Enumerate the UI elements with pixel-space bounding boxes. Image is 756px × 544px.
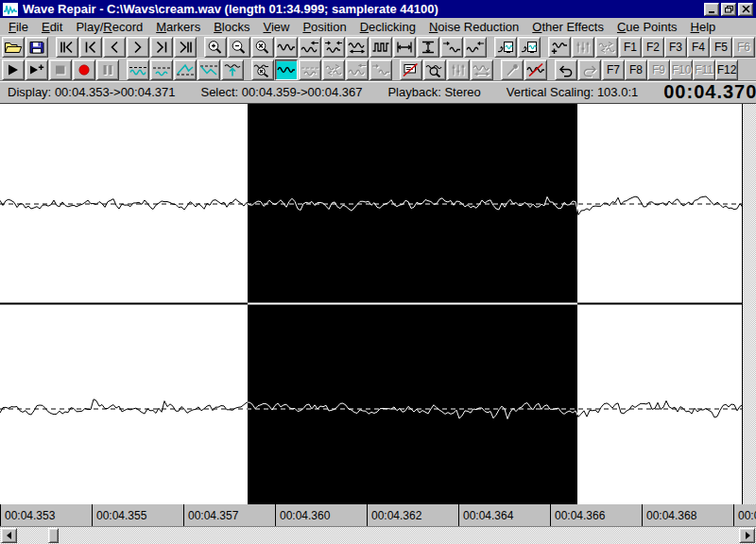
- display-range-field: Display: 00:04.353->00:04.371: [8, 85, 175, 99]
- cancel-wave-zoom-button[interactable]: [251, 60, 274, 80]
- fkey-f2-button[interactable]: F2: [642, 37, 664, 58]
- function-key-group: F7F8F9F10F11F12: [602, 60, 738, 80]
- step-forward-button[interactable]: [127, 37, 149, 58]
- zoom-reset-button[interactable]: [251, 37, 274, 58]
- ruler-label: 00:04.360: [275, 504, 367, 526]
- undo-button[interactable]: [555, 60, 577, 80]
- horizontal-scrollbar[interactable]: [0, 527, 756, 544]
- menu-item-file[interactable]: File: [2, 19, 35, 35]
- repair-mode-button[interactable]: [275, 60, 298, 80]
- play-icon: [4, 62, 23, 77]
- repair-tool-1-button: [299, 60, 321, 80]
- fkey-f4-button[interactable]: F4: [687, 37, 710, 58]
- amplify-wave-button[interactable]: [548, 37, 571, 58]
- equalizer-button: [572, 37, 594, 58]
- boost-selection-button[interactable]: [221, 60, 244, 80]
- fkey-f5-button[interactable]: F5: [710, 37, 732, 58]
- waveform-canvas[interactable]: [0, 104, 756, 504]
- wave-below-line-icon: [129, 62, 147, 77]
- wave-lower-icon: [152, 62, 171, 77]
- zoom-selection-button[interactable]: [322, 37, 345, 58]
- wave-arrow-left-icon: [348, 62, 367, 77]
- interpolate-rising-button[interactable]: [174, 60, 197, 80]
- scroll-left-button[interactable]: [1, 528, 17, 543]
- menu-item-help[interactable]: Help: [684, 19, 723, 35]
- inspect-wave-button[interactable]: [423, 60, 446, 80]
- play-to-device-button[interactable]: [494, 37, 517, 58]
- fkey-f12-button[interactable]: F12: [715, 60, 738, 80]
- monitor-wave-icon: [496, 40, 515, 55]
- window-title: Wave Repair - C:\Wavs\cream.wav (length …: [23, 2, 702, 16]
- fkey-f11-button: F11: [693, 60, 715, 80]
- scroll-wave-right-button[interactable]: [440, 37, 463, 58]
- fkey-f1-button[interactable]: F1: [619, 37, 642, 58]
- scroll-right-button[interactable]: [739, 528, 755, 543]
- fkey-f3-button[interactable]: F3: [664, 37, 687, 58]
- zoom-to-left-button[interactable]: [299, 37, 321, 58]
- menu-item-position[interactable]: Position: [296, 19, 352, 35]
- wave-active-icon: [277, 62, 296, 77]
- diag-peak-icon: [176, 62, 195, 77]
- menu-item-blocks[interactable]: Blocks: [207, 19, 256, 35]
- save-file-button[interactable]: [26, 37, 48, 58]
- wave-up-arrow-icon: [223, 62, 242, 77]
- seek-last-icon: [176, 40, 195, 55]
- play-append-button[interactable]: [26, 60, 48, 80]
- menu-item-declicking[interactable]: Declicking: [353, 19, 422, 35]
- vertical-scaling-field: Vertical Scaling: 103.0:1: [507, 85, 639, 99]
- zoom-in-icon: [206, 40, 225, 55]
- smooth-wave-lower-button[interactable]: [150, 60, 173, 80]
- smooth-wave-below-button[interactable]: [127, 60, 149, 80]
- zoom-horizontal-button[interactable]: [346, 37, 369, 58]
- sample-view-button[interactable]: [369, 37, 392, 58]
- time-ruler[interactable]: 00:04.35300:04.35500:04.35700:04.36000:0…: [0, 504, 756, 527]
- horizontal-extent-button[interactable]: [393, 37, 416, 58]
- fkey-f7-button[interactable]: F7: [602, 60, 625, 80]
- record-button[interactable]: [73, 60, 95, 80]
- square-wave-icon: [371, 40, 390, 55]
- play-button[interactable]: [2, 60, 25, 80]
- ruler-label: 00:04.355: [92, 504, 183, 526]
- menu-item-edit[interactable]: Edit: [35, 19, 69, 35]
- menu-item-other-effects[interactable]: Other Effects: [525, 19, 610, 35]
- v-extent-icon: [419, 40, 438, 55]
- vertical-scrollbar[interactable]: [742, 104, 756, 504]
- monitor-wave-icon: [520, 40, 539, 55]
- pin-tool-button: [501, 60, 524, 80]
- prev-block-button[interactable]: [79, 37, 102, 58]
- vertical-extent-button[interactable]: [417, 37, 439, 58]
- minimize-button[interactable]: [704, 3, 719, 16]
- menu-item-cue-points[interactable]: Cue Points: [610, 19, 684, 35]
- mute-selection-button[interactable]: [524, 60, 547, 80]
- eq-sliders-icon: [574, 40, 593, 55]
- hide-markers-button[interactable]: [400, 60, 422, 80]
- scroll-wave-left-button[interactable]: [464, 37, 487, 58]
- zoom-in-button[interactable]: [204, 37, 227, 58]
- menu-item-markers[interactable]: Markers: [149, 19, 207, 35]
- view-whole-wave-button[interactable]: [275, 37, 298, 58]
- declick-tool-1-button: [447, 60, 470, 80]
- menu-item-noise-reduction[interactable]: Noise Reduction: [422, 19, 525, 35]
- zoom-out-button[interactable]: [228, 37, 250, 58]
- fkey-f8-button[interactable]: F8: [625, 60, 647, 80]
- record-from-device-button[interactable]: [518, 37, 541, 58]
- interpolate-falling-button[interactable]: [198, 60, 220, 80]
- next-block-button[interactable]: [150, 37, 173, 58]
- step-back-button[interactable]: [103, 37, 126, 58]
- restore-button[interactable]: [721, 3, 736, 16]
- wave-magnifier-icon: [425, 62, 444, 77]
- seek-back-icon: [105, 40, 124, 55]
- close-button[interactable]: [738, 3, 753, 16]
- goto-start-button[interactable]: [56, 37, 78, 58]
- open-file-button[interactable]: [2, 37, 25, 58]
- current-time-display: 00:04.370: [663, 81, 756, 103]
- scrollbar-thumb[interactable]: [48, 528, 59, 543]
- wave-harrow-icon: [472, 62, 491, 77]
- menu-item-play-record[interactable]: Play/Record: [69, 19, 149, 35]
- title-bar: Wave Repair - C:\Wavs\cream.wav (length …: [0, 0, 756, 18]
- goto-end-button[interactable]: [174, 37, 197, 58]
- wave-icon: [277, 40, 296, 55]
- arrow-wave-icon: [371, 62, 390, 77]
- menu-item-view[interactable]: View: [256, 19, 296, 35]
- seek-next-icon: [152, 40, 171, 55]
